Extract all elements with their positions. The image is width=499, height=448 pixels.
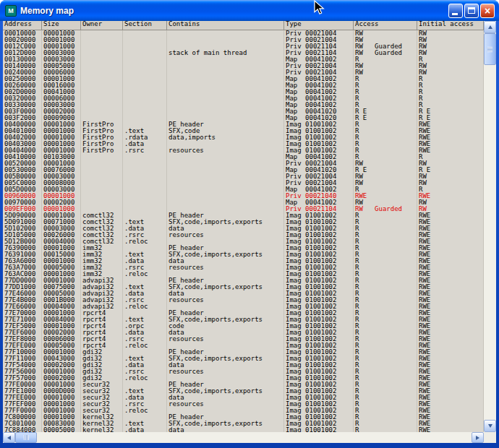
cell-section: .rsrc <box>123 369 167 375</box>
table-row[interactable]: 77FEE000 00001000 secur32 .data data Ima… <box>3 395 484 401</box>
table-row[interactable]: 00520000 00001000 Priv 00021004 RW RW <box>3 160 484 167</box>
close-button[interactable]: × <box>480 4 495 18</box>
table-row[interactable]: 77F10000 00001000 gdi32 PE header Imag 0… <box>3 349 484 356</box>
cell-owner: gdi32 <box>81 349 123 356</box>
table-row[interactable]: 0012D000 00003000 stack of main thread P… <box>3 50 484 56</box>
column-header-size[interactable]: Size <box>42 21 81 30</box>
table-row[interactable]: 7C800000 00001000 kernel32 PE header Ima… <box>3 414 484 421</box>
cell-access: R <box>354 102 417 108</box>
column-header-owner[interactable]: Owner <box>81 21 123 30</box>
table-row[interactable]: 77FF0000 00001000 secur32 .reloc Imag 01… <box>3 408 484 414</box>
cell-address: 7C884000 <box>3 427 42 432</box>
cell-section <box>123 63 167 69</box>
table-row[interactable]: 002D0000 00041000 Map 00041002 R R <box>3 89 484 95</box>
table-row[interactable]: 77E46000 00005000 advapi32 .data data Im… <box>3 290 484 297</box>
table-row[interactable]: 7C801000 00083000 kernel32 .text SFX,cod… <box>3 421 484 427</box>
table-row[interactable]: 7C884000 00005000 kernel32 .data data Im… <box>3 427 484 432</box>
minimize-button[interactable] <box>448 4 463 18</box>
scroll-up-button[interactable] <box>484 21 496 33</box>
table-row[interactable]: 009EF000 00001000 Priv 00021104 RW Guard… <box>3 206 484 212</box>
table-row[interactable]: 00400000 00001000 FirstPro PE header Ima… <box>3 121 484 128</box>
table-row[interactable]: 0012C000 00001000 Priv 00021104 RW Guard… <box>3 43 484 50</box>
column-header-initial-access[interactable]: Initial access <box>417 21 484 30</box>
table-row[interactable]: 00401000 00001000 FirstPro .text SFX,cod… <box>3 128 484 134</box>
table-row[interactable]: 00530000 00076000 Map 00041020 R E R E <box>3 167 484 173</box>
column-header-contains[interactable]: Contains <box>167 21 284 30</box>
table-row[interactable]: 00130000 00003000 Map 00041002 R R <box>3 56 484 63</box>
cell-size: 00075000 <box>42 284 81 290</box>
table-row[interactable]: 77EF6000 00002000 rpcrt4 .data data Imag… <box>3 329 484 336</box>
cell-owner <box>81 102 123 108</box>
table-row[interactable]: 763AC000 00001000 imm32 .reloc Imag 0100… <box>3 271 484 277</box>
table-row[interactable]: 00410000 00103000 Map 00041002 R R <box>3 154 484 160</box>
table-row[interactable]: 77E70000 00001000 rpcrt4 PE header Imag … <box>3 310 484 316</box>
table-row[interactable]: 005C0000 00008000 Priv 00021004 RW RW <box>3 180 484 186</box>
cell-initial-access: R <box>417 76 484 82</box>
table-row[interactable]: 00330000 00003000 Map 00041002 R R <box>3 102 484 108</box>
column-header-section[interactable]: Section <box>123 21 167 30</box>
table-row[interactable]: 00250000 00001000 Map 00041002 R R <box>3 76 484 82</box>
cell-owner: FirstPro <box>81 141 123 147</box>
window-icon[interactable]: M <box>5 5 17 17</box>
vertical-scroll-thumb[interactable] <box>484 33 496 65</box>
titlebar[interactable]: M Memory map × <box>0 0 499 21</box>
table-row[interactable]: 003F0000 00002000 Map 00041020 R E R E <box>3 108 484 115</box>
table-row[interactable]: 77DD0000 00001000 advapi32 PE header Ima… <box>3 277 484 284</box>
cell-size: 00006000 <box>42 336 81 343</box>
table-row[interactable]: 77FE0000 00001000 secur32 PE header Imag… <box>3 382 484 388</box>
table-row[interactable]: 003F2000 00009000 Map 00041020 R E R E <box>3 115 484 121</box>
table-row[interactable]: 77E4B000 0001B000 advapi32 .rsrc resourc… <box>3 297 484 303</box>
table-row[interactable]: 77EFE000 00005000 rpcrt4 .reloc Imag 010… <box>3 343 484 349</box>
table-row[interactable]: 77F56000 00001000 gdi32 .rsrc resources … <box>3 369 484 375</box>
table-row[interactable]: 00140000 00005000 Priv 00021004 RW RW <box>3 63 484 69</box>
vertical-scrollbar[interactable] <box>484 21 496 432</box>
cell-section: .reloc <box>123 375 167 382</box>
table-row[interactable]: 763A7000 00005000 imm32 .rsrc resources … <box>3 264 484 271</box>
table-row[interactable]: 77FEF000 00001000 secur32 .rsrc resource… <box>3 401 484 408</box>
table-row[interactable]: 00404000 00001000 FirstPro .rsrc resourc… <box>3 147 484 154</box>
table-row[interactable]: 00970000 00002000 Map 00041002 RW RW <box>3 199 484 206</box>
scroll-right-button[interactable] <box>472 432 484 443</box>
cell-initial-access: RW <box>417 206 484 212</box>
table-row[interactable]: 00260000 00016000 Map 00041002 R R <box>3 82 484 89</box>
column-header-access[interactable]: Access <box>354 21 417 30</box>
table-row[interactable]: 00403000 00001000 FirstPro .data Imag 01… <box>3 141 484 147</box>
column-header-type[interactable]: Type <box>284 21 354 30</box>
cell-size: 00076000 <box>42 167 81 173</box>
table-row[interactable]: 77DD1000 00075000 advapi32 .text SFX,cod… <box>3 284 484 290</box>
vertical-scroll-track[interactable] <box>484 33 496 420</box>
scroll-left-button[interactable] <box>3 432 15 443</box>
table-row[interactable]: 77F57000 00002000 gdi32 .reloc Imag 0100… <box>3 375 484 382</box>
column-header-address[interactable]: Address <box>3 21 42 30</box>
horizontal-scrollbar[interactable] <box>3 432 484 443</box>
scroll-down-button[interactable] <box>484 420 496 432</box>
table-row[interactable]: 77F54000 00002000 gdi32 .data data Imag … <box>3 362 484 369</box>
table-row[interactable]: 00402000 00001000 FirstPro .rdata data,i… <box>3 134 484 141</box>
cell-contains <box>167 303 284 310</box>
table-row[interactable]: 76390000 00001000 imm32 PE header Imag 0… <box>3 245 484 251</box>
table-row[interactable]: 00320000 00006000 Map 00041002 R R <box>3 95 484 102</box>
table-row[interactable]: 77FE1000 0000D000 secur32 .text SFX,code… <box>3 388 484 395</box>
horizontal-scroll-thumb[interactable] <box>15 432 37 443</box>
table-row[interactable]: 00020000 00001000 Priv 00021004 RW RW <box>3 37 484 43</box>
table-row[interactable]: 005D0000 00003000 Map 00041002 R R <box>3 186 484 193</box>
table-row[interactable]: 76391000 00015000 imm32 .text SFX,code,i… <box>3 251 484 258</box>
cell-type: Imag 01001002 <box>284 408 354 414</box>
table-row[interactable]: 5D091000 00071000 comctl32 .text SFX,cod… <box>3 219 484 225</box>
table-row[interactable]: 77E66000 00004000 advapi32 .reloc Imag 0… <box>3 303 484 310</box>
table-row[interactable]: 77EF5000 00001000 rpcrt4 .orpc code Imag… <box>3 323 484 329</box>
table-row[interactable]: 5D102000 00003000 comctl32 .data data Im… <box>3 225 484 232</box>
table-row[interactable]: 005B0000 00003000 Priv 00021004 RW RW <box>3 173 484 180</box>
table-row[interactable]: 77E71000 00084000 rpcrt4 .text SFX,code,… <box>3 316 484 323</box>
table-row[interactable]: 00240000 00006000 Priv 00021004 RW RW <box>3 69 484 76</box>
table-row[interactable]: 77F11000 00043000 gdi32 .text SFX,code,i… <box>3 356 484 362</box>
table-row[interactable]: 00960000 00001000 Priv 00021040 RWE RWE <box>3 193 484 199</box>
table-row[interactable]: 763A6000 00001000 imm32 .data data Imag … <box>3 258 484 264</box>
table-row[interactable]: 5D090000 00001000 comctl32 PE header Ima… <box>3 212 484 219</box>
table-row[interactable]: 5D105000 00026000 comctl32 .rsrc resourc… <box>3 232 484 238</box>
horizontal-scroll-track[interactable] <box>15 432 472 443</box>
table-row[interactable]: 5D12B000 00004000 comctl32 .reloc Imag 0… <box>3 238 484 245</box>
maximize-button[interactable] <box>464 4 479 18</box>
table-row[interactable]: 77EF8000 00006000 rpcrt4 .rsrc resources… <box>3 336 484 343</box>
table-row[interactable]: 00010000 00001000 Priv 00021004 RW RW <box>3 30 484 37</box>
